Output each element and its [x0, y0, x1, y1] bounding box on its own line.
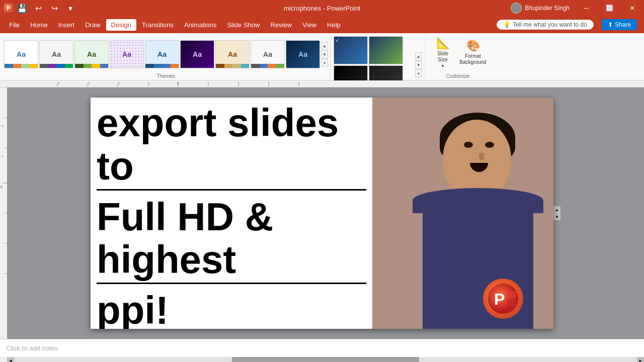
- customize-label: Customize: [446, 73, 469, 79]
- theme-scroll-up[interactable]: ▲: [321, 42, 328, 50]
- variant-scroll-up[interactable]: ▲: [415, 52, 422, 60]
- undo-button[interactable]: ↩: [31, 1, 45, 15]
- theme-7[interactable]: Aa: [215, 40, 250, 68]
- svg-rect-0: [7, 80, 644, 87]
- svg-text:0: 0: [1, 185, 3, 189]
- format-bg-icon: 🎨: [466, 39, 480, 52]
- close-button[interactable]: ✕: [621, 0, 644, 16]
- theme-5[interactable]: Aa: [145, 40, 179, 68]
- scroll-down-btn[interactable]: ▼: [553, 213, 560, 220]
- slide-canvas[interactable]: export slides to Full HD & highest ppi!: [91, 98, 553, 329]
- svg-rect-32: [507, 299, 516, 306]
- chevron-down-icon: ▼: [441, 64, 445, 68]
- save-button[interactable]: 💾: [15, 1, 29, 15]
- notes-area[interactable]: Click to add notes: [0, 339, 644, 357]
- svg-text:P: P: [494, 290, 505, 308]
- scroll-left-btn[interactable]: ◄: [7, 357, 14, 362]
- theme-9[interactable]: Aa: [286, 40, 320, 68]
- ppt-logo: P: [483, 279, 523, 319]
- minimize-button[interactable]: ─: [575, 0, 598, 16]
- slide-size-label: SlideSize: [437, 51, 448, 63]
- variant-scroll-down[interactable]: ▼: [415, 61, 422, 69]
- theme-scroll-down[interactable]: ▼: [321, 50, 328, 58]
- slide-line1: export slides to: [97, 102, 366, 191]
- avatar: [511, 3, 522, 14]
- titlebar-left: P 💾 ↩ ↪ ▾: [0, 1, 82, 15]
- svg-text:0: 0: [177, 81, 179, 85]
- slide-person-image: P: [372, 98, 553, 329]
- slide-line3: ppi!: [97, 289, 207, 329]
- variant-1[interactable]: ✓: [334, 36, 368, 64]
- vertical-scrollbar[interactable]: ▲ ▼: [553, 206, 560, 220]
- menu-transitions[interactable]: Transitions: [137, 19, 179, 31]
- theme-8[interactable]: Aa: [251, 40, 285, 68]
- svg-text:-1: -1: [1, 155, 4, 158]
- hscroll-thumb[interactable]: [232, 357, 419, 362]
- menu-design[interactable]: Design: [106, 19, 136, 31]
- share-button[interactable]: ⬆ Share: [602, 19, 637, 30]
- menu-help[interactable]: Help: [322, 19, 346, 31]
- svg-text:-2: -2: [117, 81, 120, 85]
- slide-size-icon: 📐: [436, 37, 450, 50]
- svg-text:-4: -4: [56, 81, 59, 85]
- menu-slideshow[interactable]: Slide Show: [222, 19, 265, 31]
- restore-button[interactable]: ⬜: [598, 0, 621, 16]
- slide-size-button[interactable]: 📐 SlideSize ▼: [429, 38, 457, 66]
- window-title: microphones - PowerPoint: [284, 5, 360, 12]
- svg-text:2: 2: [237, 81, 239, 85]
- theme-scroll-more[interactable]: ▾: [321, 59, 328, 67]
- format-background-button[interactable]: 🎨 FormatBackground: [459, 38, 487, 66]
- svg-text:4: 4: [298, 81, 300, 85]
- theme-3[interactable]: Aa: [74, 40, 109, 68]
- ruler-vertical: -2 -1 0: [0, 87, 7, 339]
- notes-placeholder: Click to add notes: [6, 344, 58, 352]
- theme-office[interactable]: Aa: [4, 40, 38, 68]
- horizontal-scrollbar[interactable]: ◄ ►: [7, 357, 644, 362]
- powerpoint-icon: P: [4, 4, 13, 13]
- variant-check: ✓: [335, 38, 339, 43]
- theme-4[interactable]: Aa: [110, 40, 144, 68]
- themes-label: Themes: [4, 73, 328, 79]
- variant-scroll-more[interactable]: ▾: [415, 69, 422, 77]
- scroll-up-btn[interactable]: ▲: [553, 206, 560, 213]
- svg-text:-1: -1: [147, 81, 150, 85]
- lightbulb-icon: 💡: [503, 21, 511, 28]
- format-bg-label: FormatBackground: [459, 53, 486, 65]
- tell-me-text: Tell me what you want to do: [513, 21, 587, 28]
- menu-file[interactable]: File: [4, 19, 25, 31]
- theme-6[interactable]: Aa: [180, 40, 214, 68]
- menu-home[interactable]: Home: [25, 19, 53, 31]
- share-icon: ⬆: [608, 21, 613, 28]
- variant-scroll-arrows[interactable]: ▲ ▼ ▾: [415, 52, 422, 77]
- svg-text:-2: -2: [1, 125, 4, 128]
- menu-draw[interactable]: Draw: [80, 19, 105, 31]
- theme-2[interactable]: Aa: [39, 40, 73, 68]
- menu-review[interactable]: Review: [265, 19, 297, 31]
- svg-text:3: 3: [268, 81, 270, 85]
- slide-line2: Full HD & highest: [97, 196, 366, 285]
- theme-scroll-arrows[interactable]: ▲ ▼ ▾: [321, 42, 328, 67]
- customize-button[interactable]: ▾: [63, 1, 77, 15]
- svg-text:-3: -3: [87, 81, 90, 85]
- variant-2[interactable]: [369, 36, 403, 64]
- menu-animations[interactable]: Animations: [179, 19, 221, 31]
- titlebar-right: Bhupinder Singh ─ ⬜ ✕: [506, 0, 644, 16]
- svg-text:1: 1: [207, 81, 209, 85]
- menu-view[interactable]: View: [297, 19, 321, 31]
- scroll-right-btn[interactable]: ►: [637, 357, 644, 362]
- ruler-horizontal: -4 -3 -2 -1 0 1 2 3 4: [0, 80, 644, 87]
- tell-me-box[interactable]: 💡 Tell me what you want to do: [497, 20, 594, 30]
- user-area: Bhupinder Singh: [506, 3, 575, 14]
- username: Bhupinder Singh: [525, 5, 570, 12]
- redo-button[interactable]: ↪: [47, 1, 61, 15]
- menu-insert[interactable]: Insert: [53, 19, 80, 31]
- svg-rect-31: [507, 291, 516, 298]
